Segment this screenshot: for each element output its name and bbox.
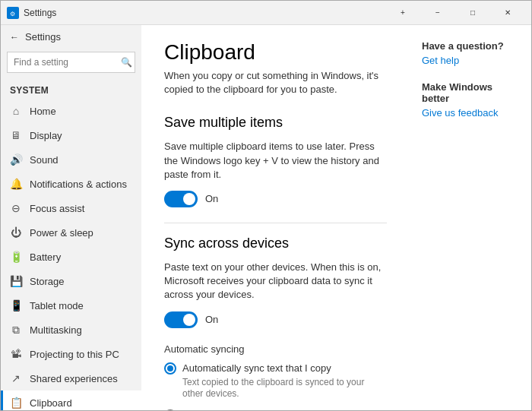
storage-icon: 💾: [10, 275, 22, 287]
sync-toggle-label: On: [205, 314, 218, 325]
sidebar-item-label: Clipboard: [30, 397, 72, 409]
sidebar-item-battery[interactable]: 🔋 Battery: [1, 245, 141, 269]
power-icon: ⏻: [10, 226, 22, 239]
sidebar-section-label: System: [1, 79, 141, 99]
save-section-desc: Save multiple clipboard items to use lat…: [164, 140, 387, 182]
save-toggle-row: On: [164, 191, 387, 207]
radio-manual-label: Never automatically sync text that I cop…: [182, 409, 359, 410]
focus-icon: ⊖: [10, 202, 22, 214]
sync-section-title: Sync across devices: [164, 236, 387, 251]
sidebar-item-label: Tablet mode: [30, 300, 84, 311]
sidebar-item-label: Focus assist: [30, 203, 84, 214]
sidebar-item-tablet[interactable]: 📱 Tablet mode: [1, 293, 141, 318]
sidebar-item-multitasking[interactable]: ⧉ Multitasking: [1, 318, 141, 342]
get-help-link[interactable]: Get help: [422, 55, 519, 66]
notifications-icon: 🔔: [10, 178, 22, 190]
save-toggle-label: On: [205, 193, 218, 204]
sidebar-item-label: Projecting to this PC: [30, 349, 119, 360]
sidebar-item-power[interactable]: ⏻ Power & sleep: [1, 220, 141, 245]
sidebar-item-label: Multitasking: [30, 324, 82, 336]
save-section-title: Save multiple items: [164, 115, 387, 131]
auto-sync-label: Automatic syncing: [164, 343, 387, 355]
sidebar-back-button[interactable]: ← Settings: [1, 25, 141, 49]
radio-item-auto: Automatically sync text that I copy Text…: [164, 362, 387, 400]
minimize-button[interactable]: −: [420, 1, 455, 25]
sidebar-item-notifications[interactable]: 🔔 Notifications & actions: [1, 172, 141, 196]
radio-auto-label: Automatically sync text that I copy: [182, 362, 331, 374]
shared-icon: ↗: [10, 372, 22, 384]
sidebar-back-label: Settings: [25, 31, 61, 43]
sidebar: ← Settings 🔍 System ⌂ Home 🖥 Display 🔊 S…: [1, 25, 141, 410]
sidebar-item-focus[interactable]: ⊖ Focus assist: [1, 196, 141, 220]
new-tab-button[interactable]: +: [385, 1, 420, 25]
feedback-title: Make Windows better: [422, 81, 519, 104]
page-subtitle: When you copy or cut something in Window…: [164, 69, 387, 96]
radio-row-auto[interactable]: Automatically sync text that I copy: [164, 362, 387, 375]
titlebar: ⚙ Settings + − □ ✕: [1, 1, 531, 25]
projecting-icon: 📽: [10, 348, 22, 360]
sidebar-item-label: Display: [30, 130, 62, 141]
display-icon: 🖥: [10, 129, 22, 141]
help-title: Have a question?: [422, 40, 519, 52]
search-icon-button[interactable]: 🔍: [121, 57, 132, 68]
help-section: Have a question? Get help: [422, 40, 519, 66]
window-controls: − □ ✕: [420, 1, 525, 25]
radio-group: Automatically sync text that I copy Text…: [164, 362, 387, 411]
search-box: 🔍: [7, 52, 135, 73]
main-row: Clipboard When you copy or cut something…: [141, 25, 531, 410]
close-button[interactable]: ✕: [490, 1, 525, 25]
sync-toggle-row: On: [164, 311, 387, 328]
radio-auto-circle[interactable]: [164, 362, 176, 375]
sidebar-item-projecting[interactable]: 📽 Projecting to this PC: [1, 342, 141, 366]
sidebar-item-label: Power & sleep: [30, 227, 93, 239]
clipboard-icon: 📋: [10, 397, 22, 409]
svg-text:⚙: ⚙: [10, 11, 15, 17]
sound-icon: 🔊: [10, 153, 22, 166]
sidebar-item-display[interactable]: 🖥 Display: [1, 123, 141, 147]
main-window: ⚙ Settings + − □ ✕ ← Settings 🔍 System ⌂…: [0, 0, 532, 411]
window-title: Settings: [24, 8, 385, 18]
tablet-icon: 📱: [10, 299, 22, 311]
feedback-section: Make Windows better Give us feedback: [422, 81, 519, 119]
page-title: Clipboard: [164, 40, 387, 65]
multitasking-icon: ⧉: [10, 324, 22, 336]
maximize-button[interactable]: □: [455, 1, 490, 25]
radio-item-manual: Never automatically sync text that I cop…: [164, 409, 387, 410]
home-icon: ⌂: [10, 105, 22, 117]
sidebar-item-storage[interactable]: 💾 Storage: [1, 269, 141, 293]
feedback-link[interactable]: Give us feedback: [422, 107, 519, 119]
back-arrow-icon: ←: [10, 32, 19, 43]
content-area: ← Settings 🔍 System ⌂ Home 🖥 Display 🔊 S…: [1, 25, 531, 410]
main-content: Clipboard When you copy or cut something…: [141, 25, 410, 410]
search-input[interactable]: [7, 52, 135, 73]
sidebar-item-label: Sound: [30, 154, 59, 166]
battery-icon: 🔋: [10, 251, 22, 263]
help-sidebar: Have a question? Get help Make Windows b…: [410, 25, 531, 410]
sidebar-item-label: Shared experiences: [30, 373, 118, 384]
sidebar-item-label: Notifications & actions: [30, 179, 127, 190]
radio-manual-circle[interactable]: [164, 409, 176, 410]
section-divider-1: [164, 223, 387, 223]
save-toggle[interactable]: [164, 191, 198, 207]
sidebar-item-shared[interactable]: ↗ Shared experiences: [1, 366, 141, 390]
sidebar-item-label: Home: [30, 106, 56, 117]
radio-auto-sublabel: Text copied to the clipboard is synced t…: [182, 377, 387, 400]
app-icon: ⚙: [7, 7, 19, 19]
sidebar-item-sound[interactable]: 🔊 Sound: [1, 147, 141, 172]
radio-row-manual[interactable]: Never automatically sync text that I cop…: [164, 409, 387, 410]
sidebar-item-label: Storage: [30, 276, 65, 287]
sidebar-item-home[interactable]: ⌂ Home: [1, 99, 141, 123]
sync-toggle[interactable]: [164, 311, 198, 328]
sidebar-item-clipboard[interactable]: 📋 Clipboard: [1, 390, 141, 410]
sync-section-desc: Paste text on your other devices. When t…: [164, 261, 387, 302]
sidebar-item-label: Battery: [30, 251, 61, 263]
